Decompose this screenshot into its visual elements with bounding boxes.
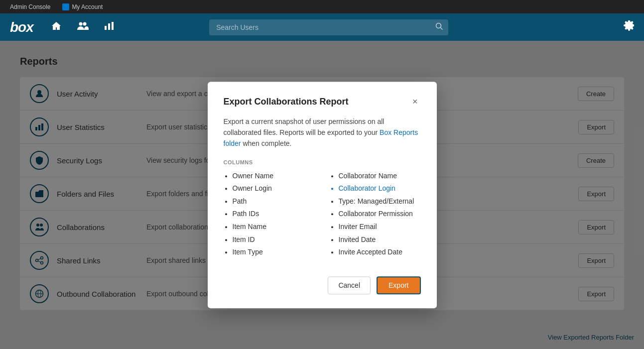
home-nav-icon[interactable]	[48, 18, 64, 36]
column-item: Type: Managed/External	[339, 197, 421, 207]
nav-bar: box	[0, 13, 644, 41]
box-logo[interactable]: box	[10, 19, 33, 35]
column-item: Item ID	[233, 235, 315, 245]
top-bar: Admin Console My Account	[0, 0, 644, 13]
modal-header: Export Collaborations Report ×	[224, 96, 421, 108]
collaborator-login-link[interactable]: Collaborator Login	[339, 185, 395, 193]
export-collaborations-modal: Export Collaborations Report × Export a …	[208, 82, 437, 308]
column-item: Invite Accepted Date	[339, 248, 421, 258]
svg-point-1	[83, 22, 86, 26]
svg-point-0	[79, 22, 82, 26]
column-item: Inviter Email	[339, 222, 421, 232]
modal-actions: Cancel Export	[224, 274, 421, 294]
column-item: Item Type	[233, 248, 315, 258]
modal-desc-text2: when complete.	[241, 140, 292, 148]
column-item: Path	[233, 197, 315, 207]
favicon-icon	[62, 3, 69, 10]
column-item: Collaborator Permission	[339, 210, 421, 220]
svg-rect-3	[108, 23, 110, 30]
modal-description: Export a current snapshot of user permis…	[224, 116, 421, 149]
svg-point-5	[436, 23, 441, 28]
my-account-label: My Account	[72, 3, 103, 10]
columns-right: Collaborator NameCollaborator LoginType:…	[330, 171, 421, 260]
columns-label: COLUMNS	[224, 159, 421, 165]
column-item: Collaborator Name	[339, 171, 421, 181]
cancel-button[interactable]: Cancel	[328, 276, 371, 294]
column-item: Owner Login	[233, 184, 315, 194]
column-item: Invited Date	[339, 235, 421, 245]
svg-rect-2	[105, 26, 107, 30]
modal-title: Export Collaborations Report	[224, 97, 349, 107]
export-button[interactable]: Export	[377, 276, 420, 294]
columns-left: Owner NameOwner LoginPathPath IDsItem Na…	[224, 171, 315, 260]
modal-columns: Owner NameOwner LoginPathPath IDsItem Na…	[224, 171, 421, 260]
column-item: Owner Name	[233, 171, 315, 181]
search-container	[209, 19, 448, 35]
svg-line-6	[441, 27, 443, 29]
admin-console-tab[interactable]: Admin Console	[5, 2, 55, 12]
my-account-tab[interactable]: My Account	[57, 2, 108, 12]
main-content: Reports User Activity View and export a …	[0, 41, 644, 349]
modal-close-button[interactable]: ×	[409, 96, 421, 108]
search-input[interactable]	[209, 19, 448, 35]
search-icon	[435, 22, 443, 32]
column-item: Path IDs	[233, 210, 315, 220]
chart-nav-icon[interactable]	[101, 18, 117, 36]
settings-icon[interactable]	[623, 20, 634, 34]
column-item: Collaborator Login	[339, 184, 421, 194]
modal-desc-text1: Export a current snapshot of user permis…	[224, 117, 385, 136]
column-item: Item Name	[233, 222, 315, 232]
svg-rect-4	[112, 22, 114, 30]
users-nav-icon[interactable]	[74, 18, 91, 36]
